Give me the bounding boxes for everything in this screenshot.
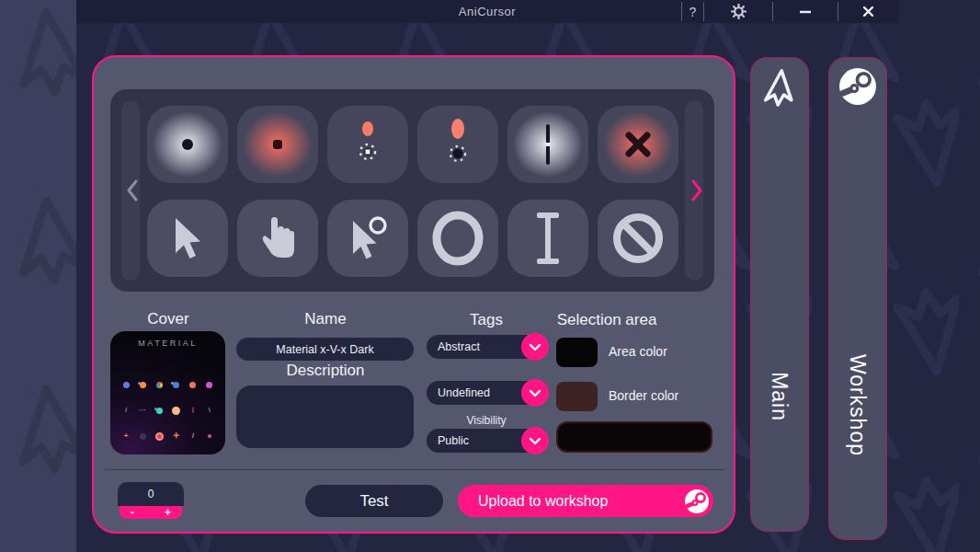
gear-icon — [731, 4, 746, 19]
app-window: AniCursor ? — [76, 0, 980, 552]
cover-title: MATERIAL — [110, 339, 225, 348]
desktop: { "titlebar": { "title": "AniCursor", "h… — [0, 0, 980, 552]
tag-primary-dropdown[interactable]: Abstract — [427, 335, 547, 359]
decrement-button[interactable]: - — [131, 508, 134, 517]
tag-primary-value: Abstract — [427, 340, 480, 353]
alt-select-icon — [348, 215, 388, 261]
anicursor-logo-icon — [760, 67, 799, 109]
counter-value: 0 — [118, 482, 184, 506]
cursor-tile-x-glow[interactable] — [598, 106, 678, 183]
cover-label: Cover — [118, 310, 219, 328]
steam-icon — [684, 489, 710, 514]
carousel-next-button[interactable] — [687, 178, 707, 203]
upload-button-label: Upload to workshop — [478, 493, 608, 510]
test-button[interactable]: Test — [305, 485, 443, 517]
tag-secondary-dropdown-button[interactable] — [521, 379, 549, 407]
cursor-carousel — [110, 89, 714, 292]
tab-workshop-label: Workshop — [846, 353, 871, 455]
steam-logo-icon — [838, 67, 877, 106]
cursor-tile-glow-dot-white[interactable] — [147, 106, 228, 183]
tab-main[interactable]: Main — [750, 57, 809, 532]
description-label: Description — [252, 362, 399, 380]
close-button[interactable] — [838, 0, 898, 23]
chevron-left-icon — [126, 179, 139, 201]
test-button-label: Test — [359, 492, 388, 511]
stepper-bar: - + — [120, 506, 182, 519]
counter-stepper: 0 - + — [118, 482, 184, 519]
visibility-value: Public — [427, 434, 469, 447]
cursor-tile-alt-select[interactable] — [327, 200, 408, 277]
tag-secondary-dropdown[interactable]: Undefined — [427, 381, 547, 405]
cursor-tile-circle[interactable] — [417, 200, 498, 277]
carousel-prev-button[interactable] — [122, 178, 142, 203]
border-color-label: Border color — [609, 388, 678, 403]
close-icon — [863, 6, 873, 17]
visibility-dropdown-button[interactable] — [521, 427, 549, 454]
hand-pointer-icon — [259, 215, 296, 261]
cursor-tile-glow-dot-red[interactable] — [237, 106, 318, 183]
cursor-tile-ibeam[interactable] — [507, 200, 588, 277]
chevron-down-icon — [529, 343, 541, 351]
cover-image[interactable]: MATERIAL / ··· ⁝ \ + — [110, 331, 225, 454]
area-color-label: Area color — [609, 344, 667, 359]
circle-cursor-icon — [431, 211, 484, 266]
chevron-right-icon — [690, 179, 703, 201]
tab-main-label: Main — [768, 372, 792, 421]
chevron-down-icon — [529, 389, 541, 397]
name-input[interactable] — [236, 338, 414, 361]
tag-primary-dropdown-button[interactable] — [521, 333, 549, 361]
minimize-icon — [800, 10, 811, 14]
name-label: Name — [252, 310, 399, 328]
footer-divider — [105, 469, 726, 470]
selection-area-label: Selection area — [533, 311, 680, 329]
cursor-tile-busy-spinner-alt[interactable] — [417, 106, 498, 183]
minimize-button[interactable] — [773, 0, 838, 23]
chevron-down-icon — [529, 437, 541, 445]
help-icon: ? — [689, 5, 697, 19]
area-color-swatch[interactable] — [556, 338, 598, 367]
tab-workshop[interactable]: Workshop — [828, 57, 887, 540]
busy-spinner-icon — [356, 121, 380, 168]
arrow-pointer-icon — [172, 216, 203, 260]
cursor-tile-hand[interactable] — [237, 200, 318, 277]
busy-spinner-alt-icon — [446, 119, 470, 170]
workshop-panel: Cover Name Description Tags Selection ar… — [92, 55, 735, 534]
titlebar: AniCursor ? — [76, 0, 898, 23]
description-input[interactable] — [236, 385, 414, 448]
selection-area-preview — [556, 421, 712, 453]
increment-button[interactable]: + — [165, 508, 171, 517]
cover-cursor-previews: / ··· ⁝ \ + ✛ / — [118, 372, 218, 449]
cursor-tile-arrow[interactable] — [147, 200, 228, 277]
cursor-tile-unavailable[interactable] — [598, 200, 678, 277]
upload-to-workshop-button[interactable]: Upload to workshop — [458, 485, 713, 517]
unavailable-icon — [611, 212, 665, 265]
visibility-dropdown[interactable]: Public — [427, 429, 547, 453]
border-color-swatch[interactable] — [556, 382, 598, 411]
tag-secondary-value: Undefined — [427, 386, 490, 399]
ibeam-icon — [536, 213, 560, 264]
visibility-label: Visibility — [417, 414, 555, 427]
cursor-tile-busy-spinner[interactable] — [327, 106, 408, 183]
help-button[interactable]: ? — [682, 0, 703, 23]
settings-button[interactable] — [704, 0, 772, 23]
cursor-tile-ibeam-glow[interactable] — [507, 106, 588, 183]
